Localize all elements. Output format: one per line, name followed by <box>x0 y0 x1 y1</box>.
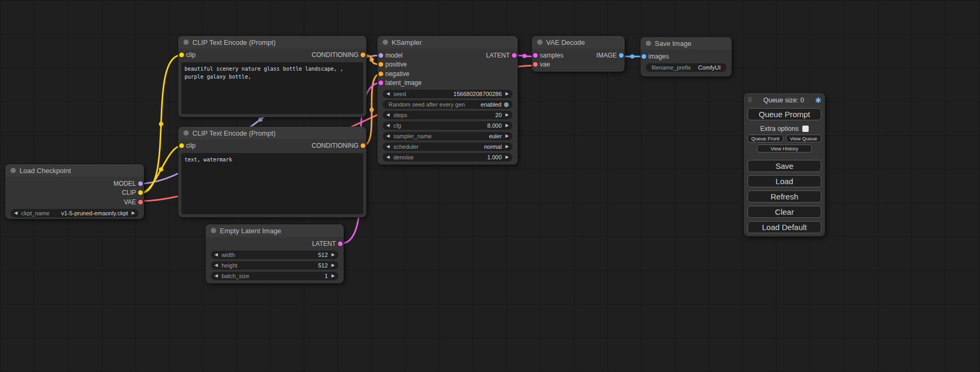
widget-filename-prefix[interactable]: filename_prefix ComfyUI <box>646 63 726 72</box>
toggle-dot[interactable] <box>504 102 509 107</box>
increment-arrow-icon[interactable]: ▶ <box>332 253 335 257</box>
node-ksampler[interactable]: KSampler model positive negative latent_… <box>377 36 518 165</box>
node-title-bar[interactable]: Load Checkpoint <box>5 164 144 177</box>
node-title-bar[interactable]: Empty Latent Image <box>206 224 344 237</box>
load-button[interactable]: Load <box>748 175 821 187</box>
widget-denoise[interactable]: ◀ denoise 1.000 ▶ <box>383 153 512 161</box>
decrement-arrow-icon[interactable]: ◀ <box>386 92 390 96</box>
next-arrow-icon[interactable]: ▶ <box>506 134 509 138</box>
prev-arrow-icon[interactable]: ◀ <box>14 211 17 215</box>
input-dot-latent-image[interactable] <box>379 81 383 85</box>
node-empty-latent-image[interactable]: Empty Latent Image LATENT ◀ width 512 ▶ … <box>206 224 344 283</box>
input-label: clip <box>186 142 196 149</box>
input-label: images <box>648 53 669 60</box>
settings-gear-icon[interactable]: ✱ <box>815 96 821 104</box>
output-dot-vae[interactable] <box>138 199 143 204</box>
next-arrow-icon[interactable]: ▶ <box>506 145 509 149</box>
decrement-arrow-icon[interactable]: ◀ <box>215 274 218 278</box>
output-dot-latent[interactable] <box>338 241 343 246</box>
decrement-arrow-icon[interactable]: ◀ <box>386 123 390 128</box>
slot-row: clip CONDITIONING <box>178 139 366 152</box>
input-label: clip <box>186 51 196 59</box>
widget-seed[interactable]: ◀ seed 156680208700286 ▶ <box>383 90 512 98</box>
increment-arrow-icon[interactable]: ▶ <box>506 113 509 117</box>
collapse-dot[interactable] <box>183 40 189 45</box>
decrement-arrow-icon[interactable]: ◀ <box>215 253 218 257</box>
collapse-dot[interactable] <box>11 168 16 173</box>
graph-canvas[interactable]: Load Checkpoint MODEL CLIP VAE ◀ ckpt_na… <box>0 0 980 372</box>
output-dot-clip[interactable] <box>138 190 143 195</box>
increment-arrow-icon[interactable]: ▶ <box>332 263 335 268</box>
node-clip-text-encode-negative[interactable]: CLIP Text Encode (Prompt) clip CONDITION… <box>178 127 366 217</box>
increment-arrow-icon[interactable]: ▶ <box>506 155 509 159</box>
node-title-bar[interactable]: VAE Decode <box>532 36 625 49</box>
collapse-dot[interactable] <box>183 130 189 136</box>
increment-arrow-icon[interactable]: ▶ <box>506 123 509 128</box>
output-dot-model[interactable] <box>138 181 143 186</box>
output-label: MODEL <box>113 180 136 187</box>
prev-arrow-icon[interactable]: ◀ <box>386 134 390 138</box>
clear-button[interactable]: Clear <box>748 206 821 218</box>
link-midpoint-dot <box>159 122 163 126</box>
input-dot-clip[interactable] <box>179 144 184 148</box>
increment-arrow-icon[interactable]: ▶ <box>506 92 509 96</box>
widget-steps[interactable]: ◀ steps 20 ▶ <box>383 111 512 119</box>
widget-value: 156680208700286 <box>453 91 502 97</box>
widget-scheduler[interactable]: ◀ scheduler normal ▶ <box>383 142 512 151</box>
node-clip-text-encode-positive[interactable]: CLIP Text Encode (Prompt) clip CONDITION… <box>178 36 366 117</box>
node-title: Save Image <box>655 40 691 47</box>
output-dot-image[interactable] <box>619 53 624 58</box>
prompt-textarea[interactable]: beautiful scenery nature glass bottle la… <box>181 62 363 114</box>
node-load-checkpoint[interactable]: Load Checkpoint MODEL CLIP VAE ◀ ckpt_na… <box>5 164 144 219</box>
collapse-dot[interactable] <box>537 40 542 45</box>
node-title-bar[interactable]: KSampler <box>377 36 518 49</box>
output-dot-conditioning[interactable] <box>361 144 365 148</box>
view-history-button[interactable]: View History <box>757 145 812 152</box>
widget-cfg[interactable]: ◀ cfg 8.000 ▶ <box>383 121 512 130</box>
extra-options-checkbox[interactable] <box>802 126 809 132</box>
input-dot-negative[interactable] <box>379 71 383 76</box>
prev-arrow-icon[interactable]: ◀ <box>386 145 390 149</box>
node-title-bar[interactable]: CLIP Text Encode (Prompt) <box>178 36 366 49</box>
save-button[interactable]: Save <box>748 160 821 172</box>
widget-value: v1-5-pruned-emaonly.ckpt <box>61 210 128 216</box>
input-dot-positive[interactable] <box>379 62 383 67</box>
node-title: KSampler <box>392 39 422 46</box>
widget-sampler-name[interactable]: ◀ sampler_name euler ▶ <box>383 132 512 140</box>
next-arrow-icon[interactable]: ▶ <box>132 211 135 215</box>
drag-handle-icon[interactable]: ⠿ <box>748 97 752 104</box>
collapse-dot[interactable] <box>211 228 216 233</box>
input-dot-clip[interactable] <box>179 53 184 58</box>
output-dot-latent[interactable] <box>512 53 517 58</box>
collapse-dot[interactable] <box>646 41 651 46</box>
increment-arrow-icon[interactable]: ▶ <box>332 274 335 278</box>
queue-prompt-button[interactable]: Queue Prompt <box>748 108 821 120</box>
decrement-arrow-icon[interactable]: ◀ <box>386 113 390 117</box>
node-save-image[interactable]: Save Image images filename_prefix ComfyU… <box>641 37 732 77</box>
input-dot-images[interactable] <box>642 54 646 59</box>
queue-front-button[interactable]: Queue Front <box>748 135 783 142</box>
decrement-arrow-icon[interactable]: ◀ <box>386 155 390 159</box>
node-vae-decode[interactable]: VAE Decode samples vae IMAGE <box>532 36 625 72</box>
node-title-bar[interactable]: CLIP Text Encode (Prompt) <box>178 127 366 139</box>
output-dot-conditioning[interactable] <box>361 53 365 58</box>
refresh-button[interactable]: Refresh <box>748 190 821 203</box>
widget-ckpt-name[interactable]: ◀ ckpt_name v1-5-pruned-emaonly.ckpt ▶ <box>11 209 139 217</box>
widget-height[interactable]: ◀ height 512 ▶ <box>211 261 338 270</box>
input-slot-images: images <box>641 52 732 61</box>
widget-batch-size[interactable]: ◀ batch_size 1 ▶ <box>211 272 338 280</box>
widget-random-seed-toggle[interactable]: Random seed after every gen enabled <box>383 100 512 109</box>
node-title: CLIP Text Encode (Prompt) <box>192 39 276 46</box>
link-midpoint-dot <box>630 54 635 59</box>
node-title-bar[interactable]: Save Image <box>641 37 732 50</box>
widget-name: height <box>221 262 237 269</box>
input-dot-vae[interactable] <box>533 62 538 67</box>
view-queue-button[interactable]: View Queue <box>786 135 822 142</box>
collapse-dot[interactable] <box>383 40 388 45</box>
widget-width[interactable]: ◀ width 512 ▶ <box>211 251 338 259</box>
decrement-arrow-icon[interactable]: ◀ <box>215 263 218 268</box>
widget-value: 1 <box>325 273 328 279</box>
extra-options-label: Extra options <box>760 125 799 132</box>
prompt-textarea[interactable]: text, watermark <box>181 153 363 214</box>
load-default-button[interactable]: Load Default <box>748 221 821 233</box>
